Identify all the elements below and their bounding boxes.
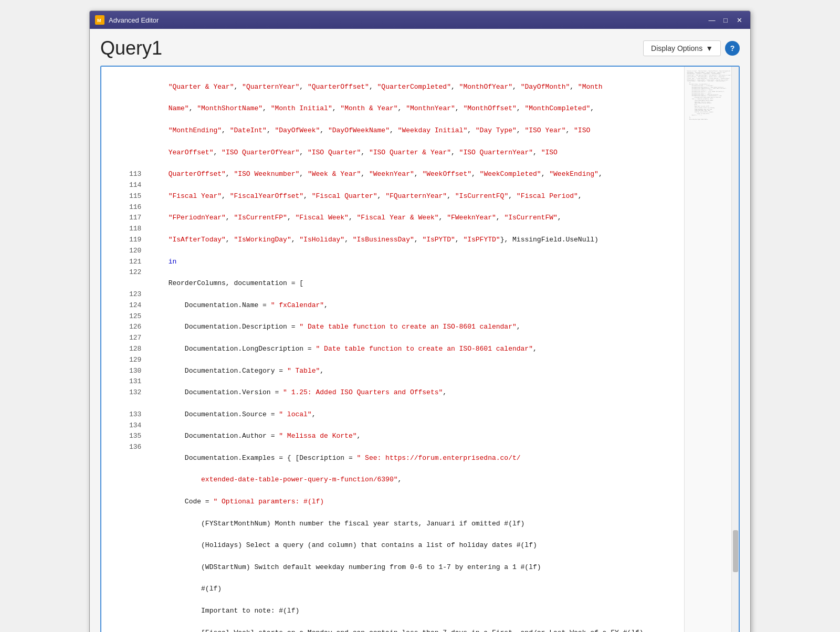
code-line: (WDStartNum) Switch default weekday numb… [152,562,680,573]
line-num: 119 [129,236,141,244]
code-line: "FPeriodnYear", "IsCurrentFP", "Fiscal W… [152,213,680,224]
line-numbers: 113 114 115 116 117 118 119 120 121 122 … [101,67,146,632]
code-line: Documentation.Category = " Table", [152,366,680,377]
line-num: 134 [129,422,141,429]
line-num: 118 [129,225,141,233]
line-num: 130 [129,367,141,375]
code-line: "Quarter & Year", "QuarternYear", "Quart… [152,82,680,93]
code-editor[interactable]: "Quarter & Year", "QuarternYear", "Quart… [146,67,684,632]
line-num [138,104,142,112]
chevron-down-icon: ▼ [706,44,713,52]
maximize-button[interactable]: □ [720,15,731,25]
window-title: Advanced Editor [109,16,159,24]
minimap-content: "Quarter & Year", "QuarternYear", "Quart… [685,67,731,632]
help-button[interactable]: ? [725,41,740,56]
line-num [138,149,142,156]
line-num [138,399,142,407]
code-line: #(lf) [152,584,680,595]
line-num [138,83,142,91]
line-num [138,115,142,123]
line-num: 120 [129,247,141,255]
code-area[interactable]: 113 114 115 116 117 118 119 120 121 122 … [101,67,739,632]
line-num: 129 [129,356,141,364]
title-bar-controls: ― □ ✕ [706,15,745,25]
line-num: 121 [129,258,141,266]
code-line: Documentation.Description = " Date table… [152,322,680,333]
line-num [138,138,142,145]
app-icon: M [95,15,104,25]
code-line: Documentation.Author = " Melissa de Kort… [152,431,680,442]
close-button[interactable]: ✕ [733,15,745,25]
code-line: (FYStartMonthNum) Month number the fisca… [152,519,680,530]
code-line: "Fiscal Year", "FiscalYearOffset", "Fisc… [152,191,680,202]
minimap: "Quarter & Year", "QuarternYear", "Quart… [684,67,731,632]
code-line: Important to note: #(lf) [152,606,680,617]
line-num: 131 [129,377,141,385]
title-bar: M Advanced Editor ― □ ✕ [90,11,750,29]
display-options-button[interactable]: Display Options ▼ [643,40,721,56]
code-line: YearOffset", "ISO QuarterOfYear", "ISO Q… [152,148,680,159]
minimize-button[interactable]: ― [706,15,718,25]
code-line: "MonthEnding", "DateInt", "DayOfWeek", "… [152,125,680,136]
line-num: 135 [129,432,141,440]
help-icon: ? [730,44,735,52]
line-num [138,159,142,167]
line-num: 125 [129,312,141,320]
svg-text:M: M [97,18,101,23]
line-num: 113 [129,170,141,178]
line-num [138,127,142,134]
code-line: Documentation.LongDescription = " Date t… [152,344,680,355]
code-line: QuarterOffset", "ISO Weeknumber", "Week … [152,169,680,180]
line-num: 122 [129,268,141,276]
advanced-editor-window: M Advanced Editor ― □ ✕ Query1 Display O… [89,10,751,632]
line-num: 116 [129,203,141,211]
scrollbar-thumb[interactable] [733,530,738,572]
page-title: Query1 [100,37,162,59]
line-num: 123 [129,290,141,298]
code-line: Code = " Optional paramters: #(lf) [152,497,680,508]
code-line: in [152,257,680,268]
code-line: [Fiscal Week] starts on a Monday and can… [152,628,680,632]
line-num: 114 [129,181,141,189]
editor-container: 113 114 115 116 117 118 119 120 121 122 … [100,66,740,632]
line-num: 124 [129,301,141,309]
code-line: Documentation.Version = " 1.25: Added IS… [152,387,680,398]
line-num [138,279,142,287]
line-num: 127 [129,334,141,342]
code-line: Documentation.Name = " fxCalendar", [152,300,680,311]
code-line: extended-date-table-power-query-m-functi… [152,475,680,486]
code-line: Documentation.Source = " local", [152,409,680,420]
code-line: (Holidays) Select a query (and column) t… [152,540,680,551]
line-num: 136 [129,443,141,451]
header-row: Query1 Display Options ▼ ? [100,37,740,59]
line-num: 133 [129,410,141,418]
code-line: "IsAfterToday", "IsWorkingDay", "IsHolid… [152,235,680,246]
line-num [138,94,142,102]
header-right: Display Options ▼ ? [643,40,740,56]
scrollbar[interactable] [731,67,739,632]
code-line: Documentation.Examples = { [Description … [152,453,680,464]
line-num: 117 [129,214,141,222]
display-options-label: Display Options [651,44,702,52]
line-num: 115 [129,192,141,200]
code-line: Name", "MonthShortName", "Month Initial"… [152,103,680,114]
line-num: 128 [129,345,141,353]
code-line: ReorderColumns, documentation = [ [152,278,680,289]
line-num: 126 [129,323,141,331]
line-num: 132 [129,388,141,396]
content-area: Query1 Display Options ▼ ? 113 114 115 1… [90,29,750,632]
title-bar-left: M Advanced Editor [95,15,159,25]
